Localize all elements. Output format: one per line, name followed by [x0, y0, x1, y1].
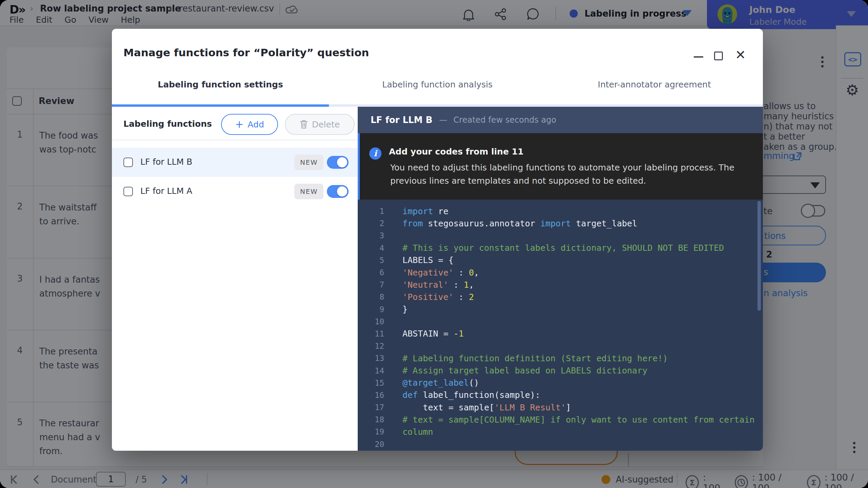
line-number: 14	[358, 366, 384, 375]
toggle-knob	[337, 157, 347, 167]
code-line: 1import re	[358, 205, 763, 217]
code-line: 7'Neutral' : 1,	[358, 279, 763, 291]
function-enabled-toggle[interactable]	[327, 156, 349, 169]
code-line: 14# Assign target label based on LABELS …	[358, 364, 763, 377]
line-number: 12	[358, 342, 384, 350]
tab-labeling-function-settings[interactable]: Labeling function settings	[112, 80, 329, 89]
banner-body: You need to adjust this labeling functio…	[390, 161, 750, 187]
line-number: 2	[358, 219, 384, 228]
panel-divider	[112, 140, 358, 140]
function-row-2[interactable]: LF for LLM ANEW	[112, 177, 358, 206]
editor-info-banner: i Add your codes from line 11 You need t…	[358, 133, 763, 200]
tab-underline-track	[112, 104, 763, 107]
code-line: 13# Labeling function definition (Start …	[358, 352, 763, 364]
tab-labeling-function-analysis[interactable]: Labeling function analysis	[329, 80, 546, 89]
line-number: 4	[358, 244, 384, 252]
line-number: 5	[358, 256, 384, 265]
code-scrollbar-thumb[interactable]	[757, 201, 761, 311]
line-number: 13	[358, 354, 384, 363]
code-line: 2from stegosaurus.annotator import targe…	[358, 217, 763, 229]
code-line: 3	[358, 229, 763, 242]
line-number: 17	[358, 403, 384, 412]
code-line: 6'Negative' : 0,	[358, 266, 763, 279]
active-tab-underline	[112, 104, 329, 107]
close-button[interactable]: ✕	[735, 48, 746, 61]
function-row-1[interactable]: LF for LLM BNEW	[112, 148, 358, 177]
function-checkbox[interactable]	[123, 187, 133, 196]
line-number: 19	[358, 427, 384, 436]
function-checkbox[interactable]	[123, 158, 133, 167]
new-badge: NEW	[294, 184, 323, 199]
function-name: LF for LLM A	[140, 186, 192, 196]
line-number: 8	[358, 292, 384, 301]
add-button-label: Add	[248, 120, 264, 129]
code-line: 12	[358, 340, 763, 352]
new-badge: NEW	[294, 155, 323, 170]
code-line: 20	[358, 438, 763, 450]
functions-heading: Labeling functions	[123, 119, 212, 129]
tab-inter-annotator-agreement[interactable]: Inter-annotator agreement	[546, 80, 763, 89]
editor-created-timestamp: Created few seconds ago	[453, 115, 556, 125]
code-line: 4# This is your constant labels dictiona…	[358, 242, 763, 254]
line-number: 18	[358, 415, 384, 424]
trash-icon	[300, 120, 308, 129]
toggle-knob	[337, 186, 347, 197]
minimize-button[interactable]	[694, 56, 703, 58]
code-line: 8'Positive' : 2	[358, 291, 763, 303]
plus-icon: +	[235, 119, 243, 129]
line-number: 7	[358, 280, 384, 289]
editor-function-name: LF for LLM B	[371, 115, 432, 125]
code-area[interactable]: 1import re2from stegosaurus.annotator im…	[358, 200, 763, 451]
line-number: 11	[358, 329, 384, 338]
code-line: 10	[358, 316, 763, 328]
info-icon: i	[369, 147, 381, 160]
manage-functions-modal: Manage functions for “Polarity” question…	[112, 29, 763, 451]
delete-button-label: Delete	[312, 120, 340, 129]
line-number: 10	[358, 317, 384, 326]
modal-title: Manage functions for “Polarity” question	[123, 46, 369, 59]
maximize-button[interactable]	[714, 52, 723, 60]
code-line: 17 text = sample['LLM B Result']	[358, 401, 763, 413]
line-number: 1	[358, 207, 384, 216]
editor-dash: —	[439, 115, 447, 125]
app-window: D» › Row labeling project sample › resta…	[0, 0, 868, 488]
line-number: 15	[358, 379, 384, 387]
function-enabled-toggle[interactable]	[327, 185, 349, 198]
code-line: 19column	[358, 426, 763, 438]
add-function-button[interactable]: + Add	[221, 114, 278, 135]
code-line: 11ABSTAIN = -1	[358, 328, 763, 340]
code-line: 9}	[358, 303, 763, 316]
line-number: 6	[358, 268, 384, 277]
code-editor-panel: LF for LLM B — Created few seconds ago i…	[358, 107, 763, 451]
code-editor-header: LF for LLM B — Created few seconds ago	[358, 107, 763, 133]
line-number: 20	[358, 440, 384, 449]
line-number: 16	[358, 391, 384, 400]
code-line: 18# text = sample[COLUMN_NAME] if only w…	[358, 413, 763, 426]
banner-title: Add your codes from line 11	[389, 147, 524, 157]
code-line: 15@target_label()	[358, 377, 763, 389]
line-number: 3	[358, 231, 384, 240]
function-name: LF for LLM B	[140, 157, 192, 167]
code-line: 5LABELS = {	[358, 254, 763, 266]
line-number: 9	[358, 305, 384, 314]
delete-function-button[interactable]: Delete	[285, 114, 355, 135]
code-line: 16def label_function(sample):	[358, 389, 763, 401]
function-list: LF for LLM BNEWLF for LLM ANEW	[112, 148, 358, 206]
